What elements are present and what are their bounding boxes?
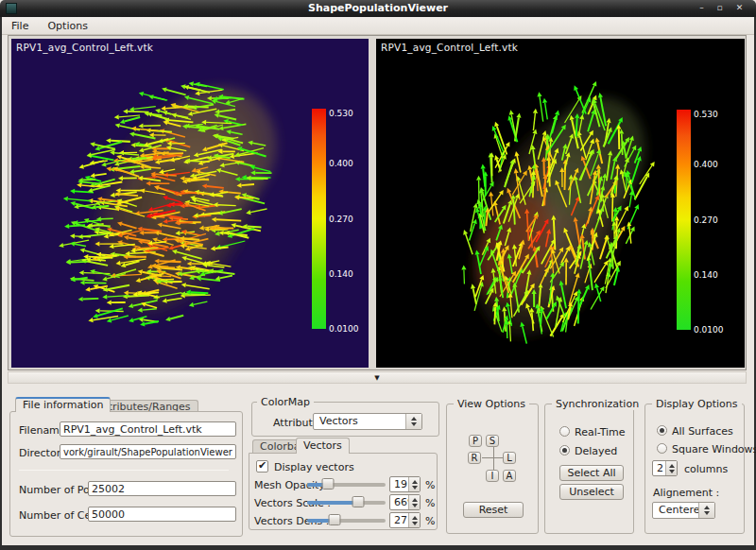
slider-fill — [307, 501, 358, 505]
panel-splitter[interactable]: ▼ — [8, 371, 747, 384]
viewport-panel: RPV1_avg_Control_Left.vtk 0.5300.4000.27… — [8, 35, 747, 370]
slider-value-spinbox[interactable]: 19 — [389, 476, 421, 492]
slider-handle[interactable] — [352, 496, 364, 507]
columns-label: columns — [684, 463, 728, 475]
filename-field[interactable] — [60, 421, 236, 437]
divider — [19, 470, 229, 471]
axis-line-horizontal — [482, 457, 505, 458]
spinner-arrows-icon[interactable] — [408, 495, 420, 509]
display-options-group: All Surfaces Square Windows 2 columns Al… — [644, 404, 745, 534]
unselect-button[interactable]: Unselect — [559, 484, 624, 500]
orientation-button-r[interactable]: R — [468, 452, 481, 464]
mesh-surface — [57, 54, 303, 342]
slider-mesh-opacity[interactable] — [307, 477, 386, 490]
slider-handle[interactable] — [329, 514, 341, 525]
window-title: ShapePopulationViewer — [0, 0, 756, 17]
tab-vectors[interactable]: Vectors — [296, 438, 350, 454]
all-surfaces-label: All Surfaces — [672, 425, 733, 438]
all-surfaces-radio[interactable] — [657, 425, 667, 436]
colorbar-widget[interactable] — [677, 110, 691, 330]
orientation-button-a[interactable]: A — [503, 470, 516, 482]
checkmark-icon: ✔ — [258, 459, 266, 472]
slider-value-spinbox[interactable]: 669 — [389, 494, 421, 510]
window-border-left — [0, 17, 2, 550]
spinner-arrows-icon[interactable] — [665, 461, 677, 475]
points-field[interactable] — [88, 481, 236, 496]
percent-sign: % — [425, 497, 435, 509]
attribute-combobox[interactable]: Vectors — [313, 413, 422, 430]
view-options-group-label: View Options — [454, 398, 529, 410]
colormap-group-label: ColorMap — [257, 396, 314, 408]
percent-sign: % — [425, 515, 435, 527]
menu-file[interactable]: File — [2, 17, 38, 34]
collapse-panel-button[interactable]: ▼ — [365, 373, 389, 383]
orientation-button-i[interactable]: I — [486, 470, 499, 482]
viewport-left[interactable]: RPV1_avg_Control_Left.vtk 0.5300.4000.27… — [11, 39, 369, 368]
slider-value-spinbox[interactable]: 27 — [389, 512, 421, 528]
minimize-button[interactable]: – — [695, 2, 709, 14]
columns-value: 2 — [653, 461, 665, 475]
display-vectors-checkbox[interactable]: ✔ — [256, 460, 268, 473]
orientation-button-p[interactable]: P — [469, 435, 482, 447]
columns-spinner[interactable]: 2 — [652, 460, 678, 476]
directory-field[interactable] — [60, 444, 236, 459]
window-border-bottom — [0, 545, 756, 550]
slider-vectors-density[interactable] — [307, 513, 386, 526]
alignment-label: Alignement : — [653, 487, 719, 499]
spinner-arrows-icon[interactable] — [408, 513, 420, 527]
viewport-filename-label: RPV1_avg_Control_Left.vtk — [381, 42, 518, 53]
square-windows-label: Square Windows — [672, 443, 756, 455]
spinner-arrows-icon[interactable] — [408, 477, 420, 491]
viewport-right[interactable]: RPV1_avg_Control_Left.vtk 0.5300.4000.27… — [376, 39, 745, 368]
select-all-button[interactable]: Select All — [559, 465, 624, 481]
combo-arrows-icon[interactable] — [698, 503, 714, 518]
menubar: File Options — [2, 17, 754, 35]
slider-handle[interactable] — [322, 478, 335, 490]
display-options-group-label: Display Options — [652, 398, 742, 410]
titlebar[interactable]: ShapePopulationViewer – ▫ ✕ — [0, 0, 756, 17]
alignment-combobox[interactable]: Centered — [652, 502, 715, 519]
spinbox-value: 27 — [390, 513, 408, 527]
spinbox-value: 19 — [390, 477, 408, 491]
synchronization-group: Real-Time Delayed Select All Unselect — [544, 404, 634, 534]
real-time-radio[interactable] — [559, 426, 570, 437]
close-button[interactable]: ✕ — [732, 2, 747, 14]
reset-button[interactable]: Reset — [463, 502, 524, 518]
tab-file-information[interactable]: File information — [15, 397, 111, 412]
axis-line-vertical — [493, 447, 494, 471]
maximize-button[interactable]: ▫ — [713, 2, 727, 14]
orientation-button-s[interactable]: S — [486, 435, 499, 447]
menu-options[interactable]: Options — [38, 17, 96, 34]
synchronization-group-label: Synchronization — [552, 398, 643, 410]
view-options-group: Reset PSRLIA — [446, 404, 539, 534]
delayed-radio[interactable] — [559, 445, 570, 455]
slider-vectors-scale[interactable] — [307, 495, 386, 508]
percent-sign: % — [425, 479, 435, 491]
app-window: ShapePopulationViewer – ▫ ✕ File Options — [0, 0, 756, 550]
viewport-filename-label: RPV1_avg_Control_Left.vtk — [16, 42, 153, 53]
spinbox-value: 669 — [390, 495, 408, 509]
square-windows-radio[interactable] — [657, 443, 667, 454]
orientation-button-l[interactable]: L — [503, 452, 516, 464]
real-time-label: Real-Time — [575, 426, 626, 438]
delayed-label: Delayed — [575, 445, 617, 457]
attribute-value: Vectors — [319, 414, 358, 429]
colorbar-widget[interactable] — [312, 109, 326, 329]
cells-field[interactable] — [88, 507, 236, 522]
display-vectors-label: Display vectors — [274, 461, 354, 473]
combo-arrows-icon[interactable] — [405, 414, 421, 429]
